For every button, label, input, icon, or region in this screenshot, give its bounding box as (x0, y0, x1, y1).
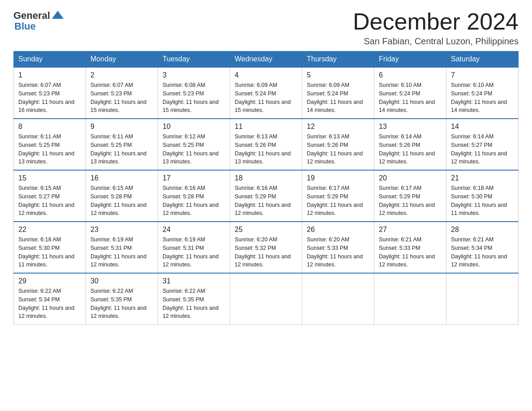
week-row-3: 15 Sunrise: 6:15 AMSunset: 5:27 PMDaylig… (14, 170, 519, 222)
day-number: 26 (307, 226, 369, 234)
day-info: Sunrise: 6:18 AMSunset: 5:30 PMDaylight:… (18, 236, 74, 268)
week-row-2: 8 Sunrise: 6:11 AMSunset: 5:25 PMDayligh… (14, 119, 519, 170)
calendar-cell: 4 Sunrise: 6:09 AMSunset: 5:24 PMDayligh… (230, 67, 302, 119)
calendar-cell: 11 Sunrise: 6:13 AMSunset: 5:26 PMDaylig… (230, 119, 302, 170)
calendar-cell: 6 Sunrise: 6:10 AMSunset: 5:24 PMDayligh… (374, 67, 446, 119)
calendar-cell: 9 Sunrise: 6:11 AMSunset: 5:25 PMDayligh… (86, 119, 158, 170)
calendar-cell: 14 Sunrise: 6:14 AMSunset: 5:27 PMDaylig… (446, 119, 519, 170)
day-number: 13 (379, 123, 442, 131)
calendar-cell: 16 Sunrise: 6:15 AMSunset: 5:28 PMDaylig… (86, 170, 158, 222)
column-header-friday: Friday (374, 51, 446, 68)
day-number: 5 (307, 71, 369, 79)
calendar-cell (374, 273, 446, 325)
day-info: Sunrise: 6:10 AMSunset: 5:24 PMDaylight:… (451, 82, 507, 113)
calendar-cell: 7 Sunrise: 6:10 AMSunset: 5:24 PMDayligh… (446, 67, 519, 119)
column-header-saturday: Saturday (446, 51, 519, 68)
day-info: Sunrise: 6:14 AMSunset: 5:27 PMDaylight:… (451, 133, 507, 165)
calendar-cell: 27 Sunrise: 6:21 AMSunset: 5:33 PMDaylig… (374, 222, 446, 273)
day-number: 3 (163, 71, 225, 79)
day-info: Sunrise: 6:10 AMSunset: 5:24 PMDaylight:… (379, 82, 435, 113)
day-number: 29 (18, 277, 81, 285)
day-info: Sunrise: 6:20 AMSunset: 5:32 PMDaylight:… (235, 236, 291, 268)
day-number: 12 (307, 123, 369, 131)
day-info: Sunrise: 6:08 AMSunset: 5:23 PMDaylight:… (163, 82, 219, 113)
calendar-cell: 24 Sunrise: 6:19 AMSunset: 5:31 PMDaylig… (158, 222, 230, 273)
calendar-cell: 3 Sunrise: 6:08 AMSunset: 5:23 PMDayligh… (158, 67, 230, 119)
calendar-cell: 26 Sunrise: 6:20 AMSunset: 5:33 PMDaylig… (302, 222, 374, 273)
column-header-sunday: Sunday (14, 51, 86, 68)
day-info: Sunrise: 6:14 AMSunset: 5:26 PMDaylight:… (379, 133, 435, 165)
day-number: 31 (163, 277, 225, 285)
week-row-5: 29 Sunrise: 6:22 AMSunset: 5:34 PMDaylig… (14, 273, 519, 325)
day-number: 21 (451, 174, 514, 182)
day-info: Sunrise: 6:13 AMSunset: 5:26 PMDaylight:… (235, 133, 291, 165)
day-info: Sunrise: 6:19 AMSunset: 5:31 PMDaylight:… (163, 236, 219, 268)
day-number: 19 (307, 174, 369, 182)
location-title: San Fabian, Central Luzon, Philippines (353, 36, 519, 47)
day-info: Sunrise: 6:15 AMSunset: 5:27 PMDaylight:… (18, 185, 74, 216)
logo-blue-text: Blue (14, 21, 36, 32)
day-info: Sunrise: 6:12 AMSunset: 5:25 PMDaylight:… (163, 133, 219, 165)
day-info: Sunrise: 6:13 AMSunset: 5:26 PMDaylight:… (307, 133, 363, 165)
day-number: 28 (451, 226, 514, 234)
day-info: Sunrise: 6:19 AMSunset: 5:31 PMDaylight:… (90, 236, 146, 268)
calendar-cell (302, 273, 374, 325)
calendar-cell (446, 273, 519, 325)
calendar-cell: 19 Sunrise: 6:17 AMSunset: 5:29 PMDaylig… (302, 170, 374, 222)
calendar-cell: 13 Sunrise: 6:14 AMSunset: 5:26 PMDaylig… (374, 119, 446, 170)
day-number: 4 (235, 71, 297, 79)
calendar-cell: 31 Sunrise: 6:22 AMSunset: 5:35 PMDaylig… (158, 273, 230, 325)
day-number: 27 (379, 226, 442, 234)
day-number: 18 (235, 174, 297, 182)
column-header-thursday: Thursday (302, 51, 374, 68)
day-number: 24 (163, 226, 225, 234)
calendar-cell: 12 Sunrise: 6:13 AMSunset: 5:26 PMDaylig… (302, 119, 374, 170)
calendar-cell: 28 Sunrise: 6:21 AMSunset: 5:34 PMDaylig… (446, 222, 519, 273)
calendar-cell: 8 Sunrise: 6:11 AMSunset: 5:25 PMDayligh… (14, 119, 86, 170)
day-number: 8 (18, 123, 81, 131)
day-info: Sunrise: 6:16 AMSunset: 5:29 PMDaylight:… (235, 185, 291, 216)
day-info: Sunrise: 6:17 AMSunset: 5:29 PMDaylight:… (307, 185, 363, 216)
day-info: Sunrise: 6:21 AMSunset: 5:34 PMDaylight:… (451, 236, 507, 268)
day-number: 10 (163, 123, 225, 131)
calendar-cell: 29 Sunrise: 6:22 AMSunset: 5:34 PMDaylig… (14, 273, 86, 325)
day-number: 15 (18, 174, 81, 182)
day-info: Sunrise: 6:09 AMSunset: 5:24 PMDaylight:… (307, 82, 363, 113)
day-info: Sunrise: 6:22 AMSunset: 5:35 PMDaylight:… (163, 288, 219, 319)
calendar-cell: 25 Sunrise: 6:20 AMSunset: 5:32 PMDaylig… (230, 222, 302, 273)
svg-marker-0 (52, 11, 64, 19)
column-header-wednesday: Wednesday (230, 51, 302, 68)
calendar-cell: 17 Sunrise: 6:16 AMSunset: 5:28 PMDaylig… (158, 170, 230, 222)
week-row-4: 22 Sunrise: 6:18 AMSunset: 5:30 PMDaylig… (14, 222, 519, 273)
calendar-cell: 23 Sunrise: 6:19 AMSunset: 5:31 PMDaylig… (86, 222, 158, 273)
calendar-cell: 21 Sunrise: 6:18 AMSunset: 5:30 PMDaylig… (446, 170, 519, 222)
day-info: Sunrise: 6:11 AMSunset: 5:25 PMDaylight:… (90, 133, 146, 165)
day-info: Sunrise: 6:09 AMSunset: 5:24 PMDaylight:… (235, 82, 291, 113)
day-info: Sunrise: 6:21 AMSunset: 5:33 PMDaylight:… (379, 236, 435, 268)
calendar-cell: 2 Sunrise: 6:07 AMSunset: 5:23 PMDayligh… (86, 67, 158, 119)
day-info: Sunrise: 6:11 AMSunset: 5:25 PMDaylight:… (18, 133, 74, 165)
day-number: 22 (18, 226, 81, 234)
calendar-cell: 5 Sunrise: 6:09 AMSunset: 5:24 PMDayligh… (302, 67, 374, 119)
calendar-cell (230, 273, 302, 325)
logo-icon (51, 9, 64, 22)
calendar-cell: 20 Sunrise: 6:17 AMSunset: 5:29 PMDaylig… (374, 170, 446, 222)
day-number: 11 (235, 123, 297, 131)
day-number: 30 (90, 277, 153, 285)
day-number: 20 (379, 174, 442, 182)
page-header: General Blue December 2024 San Fabian, C… (13, 9, 519, 47)
day-number: 9 (90, 123, 153, 131)
day-number: 25 (235, 226, 297, 234)
day-number: 17 (163, 174, 225, 182)
calendar-cell: 10 Sunrise: 6:12 AMSunset: 5:25 PMDaylig… (158, 119, 230, 170)
day-info: Sunrise: 6:15 AMSunset: 5:28 PMDaylight:… (90, 185, 146, 216)
day-number: 6 (379, 71, 442, 79)
day-info: Sunrise: 6:07 AMSunset: 5:23 PMDaylight:… (90, 82, 146, 113)
day-info: Sunrise: 6:22 AMSunset: 5:35 PMDaylight:… (90, 288, 146, 319)
calendar-cell: 1 Sunrise: 6:07 AMSunset: 5:23 PMDayligh… (14, 67, 86, 119)
day-info: Sunrise: 6:18 AMSunset: 5:30 PMDaylight:… (451, 185, 507, 216)
calendar-cell: 30 Sunrise: 6:22 AMSunset: 5:35 PMDaylig… (86, 273, 158, 325)
day-info: Sunrise: 6:07 AMSunset: 5:23 PMDaylight:… (18, 82, 74, 113)
calendar-cell: 18 Sunrise: 6:16 AMSunset: 5:29 PMDaylig… (230, 170, 302, 222)
day-number: 2 (90, 71, 153, 79)
